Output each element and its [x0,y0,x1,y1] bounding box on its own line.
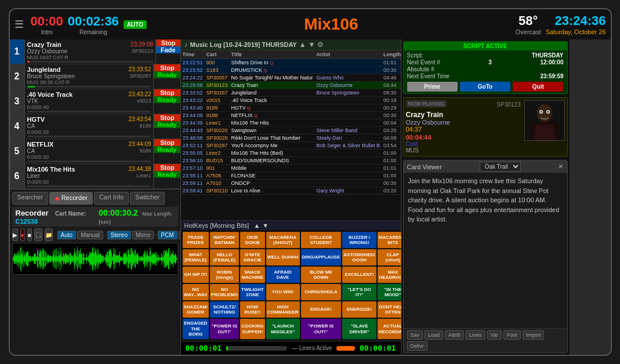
quit-button[interactable]: Quit [513,82,563,92]
up-arrow-icon[interactable]: ▲ [299,41,306,49]
hotkey-btn-0[interactable]: TRADE PRIZES [183,232,209,248]
hotkey-btn-24[interactable]: YOU WIN! [266,284,300,300]
hotkeys-down-icon[interactable]: ▼ [262,222,269,229]
timeline-track[interactable] [226,346,287,351]
hotkey-btn-36[interactable]: "POWER IS OUT!" [210,319,239,339]
hotkey-btn-9[interactable]: G'NITE GRACIE [240,249,265,265]
cv-btn-2[interactable]: Attrib [445,330,464,340]
log-row[interactable]: 23:23:52S183DRUMSTICK Q00:30CA [181,67,401,74]
log-row[interactable]: 23:58:11A7506FLONASE01:00CA [181,172,401,180]
tab-cart-info[interactable]: Cart Info [94,192,129,205]
cv-btn-5[interactable]: Font [503,330,521,340]
player-ready-btn-5[interactable]: Ready [154,146,180,153]
log-row[interactable]: 23:43:22v0015.40 Voice Track00:18VTK [181,97,401,104]
card-viewer-close-icon[interactable]: ✕ [558,163,563,170]
hotkey-btn-40[interactable]: "SLAVE DRIVER" [342,319,376,339]
down-arrow-icon[interactable]: ▼ [309,41,316,49]
hotkey-btn-15[interactable]: ROBIN (songs) [210,267,239,283]
log-row[interactable]: 23:59:41SP30210Love Is AliveGary Wright0… [181,187,401,195]
mode-auto[interactable]: Auto [57,231,77,239]
rec-headphone-btn[interactable]: 🎧 [34,228,42,241]
hotkey-btn-16[interactable]: SNACK MACHINE [240,267,265,283]
player-fade-btn-1[interactable]: Fade [156,46,180,53]
log-row[interactable]: 23:57:10901Mobile01:01CA [181,165,401,172]
log-row[interactable]: 23:44:43SP30220SwingtownSteve Miller Ban… [181,127,401,134]
hotkey-btn-32[interactable]: ENGAGE! [301,301,342,318]
log-row[interactable]: 23:22:51900Shifters Drive In Q01:01CA [181,59,401,67]
goto-button[interactable]: GoTo [460,82,510,92]
hotkey-btn-18[interactable]: BLOW ME DOWN [301,267,342,283]
tab-recorder[interactable]: ● Recorder [49,192,93,205]
timeline-track2[interactable] [336,346,354,351]
hotkey-btn-8[interactable]: HELLO (FEMALE) [210,249,239,265]
player-stop-btn-3[interactable]: Stop [154,89,180,96]
hotkey-btn-14[interactable]: OH NIP IT! [183,267,209,283]
player-stop-btn-1[interactable]: Stop [156,39,180,46]
player-ready-btn-3[interactable]: Ready [154,96,180,103]
hotkey-btn-25[interactable]: CHRIS/SHEILA [301,284,342,300]
player-stop-btn-2[interactable]: Stop [154,64,180,71]
log-row[interactable]: 23:29:08SP30123Crazy TrainOzzy Osbourne0… [181,82,401,89]
settings-icon[interactable]: ⚙ [317,41,324,49]
cv-btn-6[interactable]: Import [523,330,545,340]
prime-button[interactable]: Prime [407,82,458,92]
log-row[interactable]: 23:43:409199HGTV Q00:29CA [181,104,401,112]
hamburger-icon[interactable]: ☰ [14,18,24,31]
hotkey-btn-29[interactable]: SCHULTZ/ NOTHING [210,301,239,318]
hotkey-btn-33[interactable]: ENERGIZE! [342,301,376,318]
tab-switcher[interactable]: Switcher [130,192,165,205]
log-row[interactable]: 23:33:52SP30267JunglelandBruce Springste… [181,89,401,97]
hotkey-btn-11[interactable]: DING/APPLAUSE [301,249,342,265]
player-ready-btn-6[interactable]: Ready [154,171,180,178]
card-viewer-select[interactable]: Oak Trail [480,162,521,172]
cv-btn-7[interactable]: Delivr [407,341,427,351]
hotkey-btn-10[interactable]: WELL DUHHH [266,249,300,265]
mode-stereo[interactable]: Stereo [107,231,131,239]
cv-btn-4[interactable]: Var [487,330,502,340]
rec-record-btn[interactable]: ● [20,228,25,241]
cv-btn-1[interactable]: Load [425,330,443,340]
log-row[interactable]: 23:52:11SP30287You'll Accompny MeBob Seg… [181,142,401,150]
hotkey-btn-5[interactable]: BUZZER / WRONG! [342,232,376,248]
rec-folder-btn[interactable]: 📁 [45,228,53,241]
hotkey-btn-4[interactable]: COLLEGE STUDENT [301,232,342,248]
hotkey-btn-3[interactable]: MACARENA (SHOUT) [266,232,300,248]
log-row[interactable]: 23:44:39Liner1Mix106 The Hits00:04CLC [181,119,401,127]
player-ready-btn-2[interactable]: Ready [154,71,180,78]
hotkey-btn-38[interactable]: "LAUNCH MISSILES" [266,319,300,339]
hotkey-btn-2[interactable]: OKIE DOKIE [240,232,265,248]
mode-manual[interactable]: Manual [77,231,103,239]
log-row[interactable]: 23:48:08SP30020Rikki Don't Lose That Num… [181,134,401,142]
hotkey-btn-35[interactable]: ENGAGED THE BORG [183,319,209,339]
hotkey-btn-23[interactable]: TWILIGHT ZONE [240,284,265,300]
rec-stop-btn[interactable]: ■ [27,228,32,241]
rec-play-btn[interactable]: ▶ [12,228,18,241]
hotkey-btn-17[interactable]: AFRAID DAVE [266,267,300,283]
hotkey-btn-22[interactable]: NO PROBLEMO [210,284,239,300]
player-ready-btn-4[interactable]: Ready [154,121,180,128]
hotkey-btn-39[interactable]: "POWER IS OUT!" [301,319,342,339]
cv-btn-0[interactable]: Sav [407,330,423,340]
mode-mono[interactable]: Mono [132,231,154,239]
hotkey-btn-37[interactable]: COOKING SUPPER! [240,319,265,339]
cv-btn-3[interactable]: Lines [466,330,485,340]
hotkey-btn-30[interactable]: HOW RUDE!! [240,301,265,318]
hotkey-btn-28[interactable]: SHAZZAM/ GOMER [183,301,209,318]
player-stop-btn-6[interactable]: Stop [154,164,180,171]
hotkeys-up-icon[interactable]: ▲ [253,222,260,229]
tab-searcher[interactable]: Searcher [12,192,49,205]
log-row[interactable]: 23:59:11A7010ONDCP00:30CCA [181,180,401,187]
mode-pcm[interactable]: PCM [158,231,177,239]
hotkey-btn-1[interactable]: WATCHIN' BATMAN [210,232,239,248]
hotkey-btn-26[interactable]: "LET'S DO IT!" [342,284,376,300]
log-row[interactable]: 23:44:099188NETFLIX Q00:30CA [181,112,401,119]
hotkey-btn-7[interactable]: WHAT (FEMALE) [183,249,209,265]
hotkey-btn-21[interactable]: NO WAY...WAY [183,284,209,300]
player-stop-btn-5[interactable]: Stop [154,139,180,146]
hotkey-btn-12[interactable]: ASTONISHED/ OOOH [342,249,376,265]
hotkey-btn-31[interactable]: HIGH COMMANDER [266,301,300,318]
log-row[interactable]: 23:24:22SP30057No Sugar Tonight/ Nu Moth… [181,74,401,82]
log-row[interactable]: 23:56:05Liner2Mix106 The Hits (Bed)01:00… [181,150,401,157]
player-stop-btn-4[interactable]: Stop [154,114,180,121]
auto-badge[interactable]: AUTO [124,20,147,29]
